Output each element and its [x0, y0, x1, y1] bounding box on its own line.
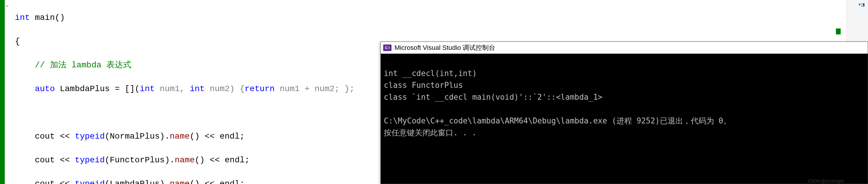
vs-console-icon: C:\ — [383, 44, 392, 51]
console-line: class `int __cdecl main(void)'::`2'::<la… — [384, 93, 602, 102]
console-line: class FunctorPlus — [384, 81, 463, 89]
console-output[interactable]: int __cdecl(int,int) class FunctorPlus c… — [381, 54, 868, 152]
change-indicator-bar — [0, 0, 5, 184]
keyword-int: int — [15, 13, 30, 22]
keyword-auto: auto — [35, 84, 55, 94]
debug-console-window: C:\ Microsoft Visual Studio 调试控制台 int __… — [380, 42, 868, 184]
console-title: Microsoft Visual Studio 调试控制台 — [395, 43, 495, 52]
console-titlebar[interactable]: C:\ Microsoft Visual Studio 调试控制台 — [381, 42, 868, 54]
comment-line: // 加法 lambda 表达式 — [35, 61, 131, 70]
console-line: C:\MyCode\C++_code\lambda\ARM64\Debug\la… — [384, 116, 731, 125]
function-name: main — [35, 13, 55, 22]
change-marker-icon — [836, 29, 841, 34]
watermark-text: CSDN @yuchingho — [808, 179, 844, 183]
console-line: 按任意键关闭此窗口. . . — [384, 128, 476, 137]
var-lambdaplus: LambdaPlus — [60, 84, 110, 94]
parens: () — [55, 13, 65, 22]
open-brace: { — [15, 37, 20, 46]
typeid-keyword: typeid — [75, 132, 105, 141]
fold-collapse-icon[interactable]: ⌄ — [5, 1, 9, 8]
split-icon[interactable]: ▾◨ — [858, 1, 864, 8]
fold-gutter[interactable]: ⌄ — [5, 0, 15, 184]
console-line: int __cdecl(int,int) — [384, 69, 477, 78]
